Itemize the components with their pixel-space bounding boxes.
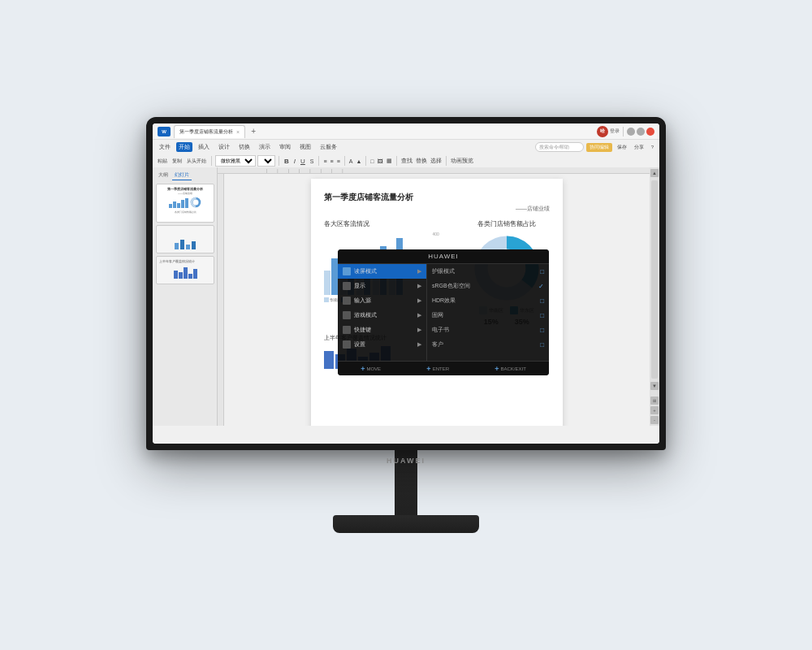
osd-body: 读屏模式 ▶ 显示 ▶ 输入源 ▶ (338, 264, 549, 361)
donut-chart-title: 各类门店销售额占比 (477, 219, 536, 228)
panel-header: 大纲 幻灯片 (156, 171, 214, 180)
thumb1-donut (190, 197, 201, 208)
replace-button[interactable]: 替换 (415, 157, 428, 165)
move-label: MOVE (366, 366, 381, 371)
osd-sub-item-4[interactable]: 电子书 □ (427, 323, 549, 337)
osd-sub-item-1[interactable]: sRGB色彩空间 ✓ (427, 279, 549, 293)
tab-area: W 第一季度店铺客流量分析 × + (158, 125, 597, 138)
strikethrough-button[interactable]: S (309, 158, 316, 164)
menu-review[interactable]: 审阅 (276, 142, 294, 152)
osd-sub-label-4: 电子书 (432, 326, 537, 334)
menu-design[interactable]: 设计 (215, 142, 233, 152)
insert-table[interactable]: ▦ (386, 158, 393, 164)
legend-label-1: 华南 (330, 297, 338, 302)
osd-check-3: □ (540, 312, 544, 319)
scroll-thumb[interactable] (651, 180, 658, 379)
insert-shape[interactable]: □ (369, 158, 374, 164)
select-all[interactable]: 选择 (430, 157, 443, 165)
move-plus-icon: + (361, 365, 365, 373)
zoom-out-button[interactable]: - (650, 416, 659, 424)
slides-tab[interactable]: 幻灯片 (172, 171, 192, 180)
t2-bar1 (175, 243, 179, 249)
insert-picture[interactable]: 🖼 (377, 158, 384, 164)
slide-thumb-1[interactable]: 第一季度店铺客流量分析 ——店铺业绩 (156, 184, 214, 223)
menu-insert[interactable]: 插入 (195, 142, 213, 152)
underline-button[interactable]: U (299, 158, 307, 165)
monitor-wrapper: W 第一季度店铺客流量分析 × + 哈 登录 (146, 117, 666, 533)
menu-file[interactable]: 文件 (156, 142, 174, 152)
share-doc-button[interactable]: 分享 (632, 143, 646, 152)
osd-check-5: □ (540, 341, 544, 349)
share-button[interactable]: 协同编辑 (586, 143, 612, 152)
zoom-fit-button[interactable]: ⊞ (650, 396, 659, 405)
osd-sub-item-0[interactable]: 护眼模式 □ (427, 264, 549, 279)
mini-bar-4 (181, 200, 184, 208)
scroll-down-button[interactable]: ▼ (650, 382, 659, 390)
osd-item-brightness[interactable]: 显示 ▶ (338, 279, 426, 293)
menu-cloud[interactable]: 云服务 (317, 142, 340, 152)
tab-close-icon[interactable]: × (236, 129, 240, 135)
horizontal-ruler: |||||||| (218, 167, 650, 174)
thumb1-legend: 各类门店销售额占比 (157, 210, 214, 214)
osd-sub-item-5[interactable]: 客户 □ (427, 337, 549, 352)
align-right[interactable]: ≡ (336, 158, 341, 164)
bold-button[interactable]: B (283, 158, 291, 165)
scroll-up-button[interactable]: ▲ (650, 169, 659, 177)
menu-home[interactable]: 开始 (176, 142, 192, 152)
monitor-body: W 第一季度店铺客流量分析 × + 哈 登录 (146, 117, 666, 450)
bar-1-1 (324, 271, 330, 295)
maximize-button[interactable] (637, 128, 645, 136)
menu-transition[interactable]: 切换 (235, 142, 253, 152)
help-button[interactable]: ? (649, 144, 656, 150)
separator (623, 127, 624, 136)
osd-item-shortcut[interactable]: 快捷键 ▶ (338, 323, 426, 337)
font-size-selector[interactable]: 12 (257, 155, 275, 167)
arrow-0: ▶ (417, 268, 421, 275)
outline-tab[interactable]: 大纲 (156, 171, 171, 180)
login-text[interactable]: 登录 (610, 128, 620, 135)
arrow-4: ▶ (417, 327, 421, 333)
osd-header: HUAWEI (338, 249, 549, 264)
save-button[interactable]: 保存 (615, 143, 629, 152)
animation-button[interactable]: 动画预览 (450, 157, 474, 165)
osd-item-label-3: 游戏模式 (354, 311, 414, 319)
italic-button[interactable]: I (292, 158, 297, 165)
document-tab[interactable]: 第一季度店铺客流量分析 × (174, 125, 245, 138)
minimize-button[interactable] (627, 128, 635, 136)
legend-1: 华南 (324, 297, 338, 302)
osd-sub-item-2[interactable]: HDR效果 □ (427, 293, 549, 308)
display-mode-icon (343, 267, 351, 275)
slide-thumb-3[interactable]: 上半年客户覆盖情况统计 (156, 256, 214, 284)
t3-bar3 (184, 267, 188, 279)
close-button[interactable] (646, 128, 654, 136)
text-color[interactable]: A (348, 158, 354, 164)
osd-sub-label-3: 固网 (432, 311, 537, 319)
osd-item-settings[interactable]: 设置 ▶ (338, 337, 426, 352)
format-painter[interactable]: 从头开始 (185, 158, 208, 165)
osd-item-input[interactable]: 输入源 ▶ (338, 293, 426, 308)
sep1 (211, 156, 212, 166)
osd-right-submenu: 护眼模式 □ sRGB色彩空间 ✓ HDR效果 □ (427, 264, 549, 361)
align-center[interactable]: ≡ (330, 158, 335, 164)
osd-item-game[interactable]: 游戏模式 ▶ (338, 308, 426, 323)
menu-present[interactable]: 演示 (256, 142, 274, 152)
paste-button[interactable]: 粘贴 (156, 158, 169, 165)
find-button[interactable]: 查找 (400, 157, 413, 165)
menu-view[interactable]: 视图 (296, 142, 314, 152)
tab-add-button[interactable]: + (248, 127, 258, 136)
highlight-color[interactable]: ▲ (355, 158, 362, 164)
align-left[interactable]: ≡ (322, 158, 327, 164)
zoom-in-button[interactable]: + (650, 406, 659, 414)
slide-thumb-2[interactable] (156, 225, 214, 254)
osd-item-display-mode[interactable]: 读屏模式 ▶ (338, 264, 426, 279)
osd-sub-label-0: 护眼模式 (432, 267, 537, 275)
osd-left-menu: 读屏模式 ▶ 显示 ▶ 输入源 ▶ (338, 264, 427, 361)
osd-menu: HUAWEI 读屏模式 ▶ 显示 ▶ (338, 249, 549, 375)
app-icon: W (158, 127, 171, 136)
osd-check-2: □ (540, 297, 544, 305)
font-selector[interactable]: 微软雅黑 (215, 155, 256, 167)
t2-bar4 (192, 241, 196, 249)
osd-sub-item-3[interactable]: 固网 □ (427, 308, 549, 323)
copy-button[interactable]: 复制 (171, 158, 184, 165)
search-box[interactable]: 搜索命令/帮助 (535, 142, 584, 152)
